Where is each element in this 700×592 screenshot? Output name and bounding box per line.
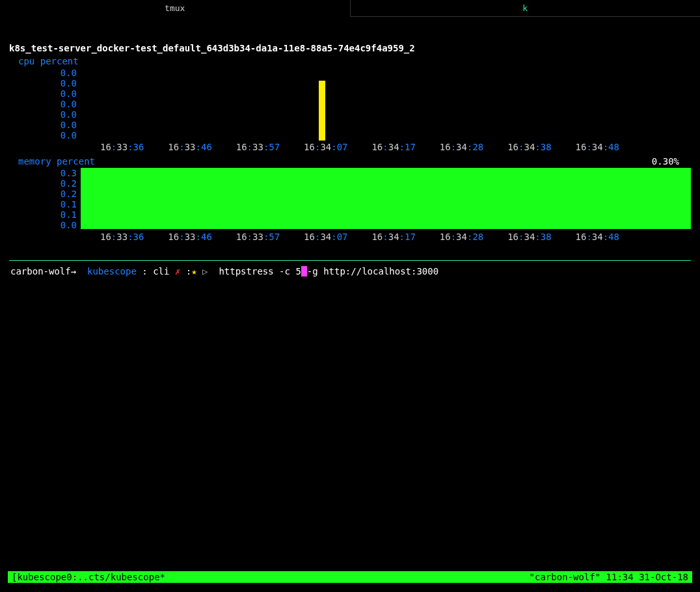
y-tick: 0.2 [9, 189, 77, 199]
y-tick: 0.1 [9, 209, 77, 220]
x-tick: 16:34:38 [507, 142, 551, 152]
x-tick: 16:34:38 [507, 232, 551, 242]
x-tick: 16:33:57 [236, 142, 280, 152]
y-tick: 0.1 [9, 199, 77, 209]
cpu-chart: cpu percent 0.00.00.00.00.00.00.0 16:33:… [9, 56, 691, 152]
tab-k[interactable]: k [350, 0, 701, 17]
x-tick: 16:33:36 [100, 232, 144, 242]
y-tick: 0.3 [9, 168, 77, 178]
x-tick: 16:34:28 [440, 232, 483, 242]
chart-bar [81, 168, 691, 229]
y-tick: 0.2 [9, 178, 77, 189]
tab-tmux[interactable]: tmux [0, 0, 350, 17]
memory-plot-area [81, 168, 691, 229]
status-left: [kubescope0:..cts/kubescope* [12, 572, 165, 582]
cpu-chart-title: cpu percent [9, 56, 691, 66]
y-tick: 0.0 [9, 220, 77, 230]
status-right: "carbon-wolf" 11:34 31-Oct-18 [530, 572, 688, 582]
star-icon: ★ [191, 266, 196, 276]
y-tick: 0.0 [9, 130, 77, 141]
prompt-host: carbon-wolf [10, 266, 71, 276]
prompt-colon: : [142, 266, 147, 276]
y-tick: 0.0 [9, 78, 77, 88]
prompt-path: kubescope [87, 266, 137, 276]
memory-value-label: 0.30% [652, 156, 679, 167]
x-tick: 16:33:36 [100, 142, 144, 152]
y-tick: 0.0 [9, 68, 77, 78]
x-tick: 16:34:48 [576, 142, 619, 152]
prompt-arrow: → [71, 266, 76, 276]
x-tick: 16:33:46 [168, 142, 211, 152]
window-tabs: tmux k [0, 0, 700, 17]
tmux-status-bar: [kubescope0:..cts/kubescope* "carbon-wol… [8, 571, 692, 583]
x-tick: 16:34:07 [304, 142, 347, 152]
top-pane: k8s_test-server_docker-test_default_643d… [0, 17, 700, 276]
memory-chart-title: memory percent [9, 156, 691, 167]
prompt-arrow-icon: ▷ [202, 266, 208, 276]
command-input-pre[interactable]: httpstress -c 5 [219, 266, 301, 276]
x-tick: 16:34:48 [576, 232, 619, 242]
prompt-branch: cli [153, 266, 169, 276]
x-tick: 16:34:07 [304, 232, 347, 242]
cpu-plot-area [81, 68, 691, 141]
pane-divider [9, 260, 691, 261]
memory-x-labels: 16:33:3616:33:4616:33:5716:34:0716:34:17… [9, 232, 691, 242]
y-tick: 0.0 [9, 120, 77, 130]
x-tick: 16:34:28 [440, 142, 483, 152]
cpu-x-labels: 16:33:3616:33:4616:33:5716:34:0716:34:17… [9, 142, 691, 152]
container-name: k8s_test-server_docker-test_default_643d… [9, 43, 691, 53]
y-tick: 0.0 [9, 109, 77, 120]
prompt-colon2: : [186, 266, 191, 276]
command-input-post[interactable]: -g http://localhost:3000 [307, 266, 438, 276]
chart-bar [319, 81, 325, 141]
x-tick: 16:34:17 [371, 232, 415, 242]
cpu-y-labels: 0.00.00.00.00.00.00.0 [9, 68, 81, 141]
x-tick: 16:33:46 [168, 232, 211, 242]
memory-y-labels: 0.30.20.20.10.10.0 [9, 168, 81, 230]
cursor [301, 266, 307, 276]
y-tick: 0.0 [9, 88, 77, 99]
y-tick: 0.0 [9, 99, 77, 109]
memory-chart: memory percent 0.30% 0.30.20.20.10.10.0 … [9, 156, 691, 242]
shell-prompt[interactable]: carbon-wolf→ kubescope : cli ✗ :★ ▷ http… [9, 266, 691, 276]
x-tick: 16:34:17 [371, 142, 415, 152]
x-tick: 16:33:57 [236, 232, 280, 242]
